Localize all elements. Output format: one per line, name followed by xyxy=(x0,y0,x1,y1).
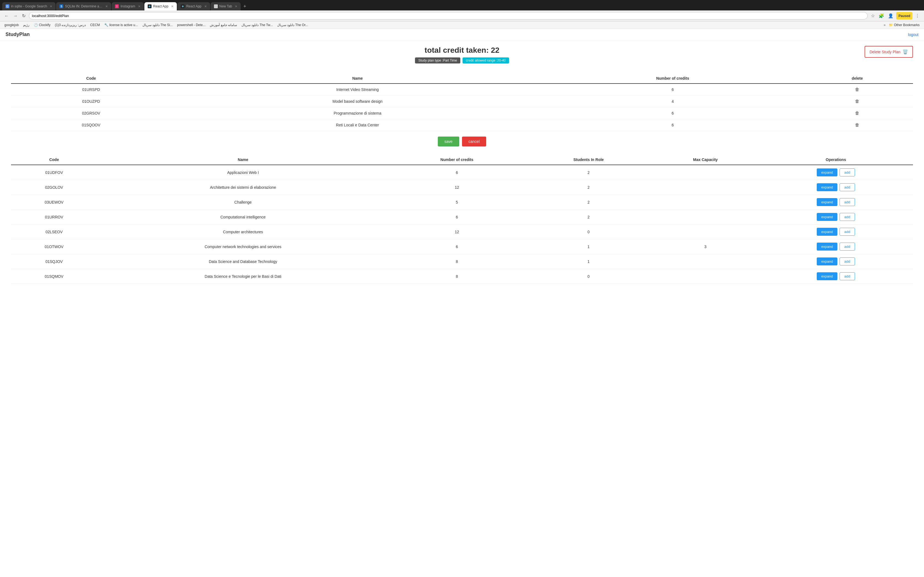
tab-sqlite-search[interactable]: G in sqlite - Google Search ✕ xyxy=(2,2,55,10)
plan-course-code: 01URSPD xyxy=(11,84,171,96)
course-max-capacity xyxy=(652,180,759,195)
extensions-icon[interactable]: 🧩 xyxy=(877,12,885,19)
bookmark-serial3[interactable]: دانلود سریال The Or... xyxy=(276,23,309,27)
add-button[interactable]: add xyxy=(840,243,855,251)
bookmark-cecm[interactable]: CECM xyxy=(89,23,101,27)
bookmark-serial1[interactable]: دانلود سریال The Si... xyxy=(141,23,174,27)
plan-course-delete[interactable]: 🗑 xyxy=(801,119,913,131)
plan-course-delete[interactable]: 🗑 xyxy=(801,108,913,119)
tab-close[interactable]: ✕ xyxy=(105,5,108,8)
profile-icon[interactable]: 👤 xyxy=(887,12,895,19)
plan-course-name: Reti Locali e Data Center xyxy=(171,119,544,131)
add-button[interactable]: add xyxy=(840,213,855,221)
tab-react-app-1[interactable]: ⚛ React App ✕ xyxy=(144,2,177,10)
courses-table-header: Code Name Number of credits Students In … xyxy=(11,155,913,165)
course-students: 1 xyxy=(525,254,652,269)
course-code: 02LSEOV xyxy=(11,224,97,239)
course-students: 2 xyxy=(525,195,652,210)
address-input[interactable] xyxy=(29,12,867,19)
tab-title: in sqlite - Google Search xyxy=(11,5,47,8)
course-max-capacity xyxy=(652,269,759,284)
tab-close[interactable]: ✕ xyxy=(138,5,141,8)
expand-button[interactable]: expand xyxy=(817,198,837,206)
course-table-row: 02LSEOV Computer architectures 12 0 expa… xyxy=(11,224,913,239)
plan-course-delete[interactable]: 🗑 xyxy=(801,96,913,108)
expand-button[interactable]: expand xyxy=(817,168,837,176)
tab-instagram[interactable]: I Instagram ✕ xyxy=(111,2,144,10)
bookmark-serial2[interactable]: دانلود سریال The Tw... xyxy=(240,23,274,27)
tab-title: React App xyxy=(186,5,201,8)
col-students: Students In Role xyxy=(525,155,652,165)
bookmark-rezim[interactable]: رژیم xyxy=(22,23,31,27)
bookmark-powershell[interactable]: powershell - Dete... xyxy=(176,23,207,27)
plan-course-name: Programmazione di sistema xyxy=(171,108,544,119)
bookmark-license[interactable]: 🔧 license is active u... xyxy=(103,23,139,27)
course-max-capacity xyxy=(652,195,759,210)
trash-icon: 🗑️ xyxy=(903,49,908,55)
bookmark-lesson[interactable]: درس: ریزپردازنده 3(1) xyxy=(53,23,87,27)
action-buttons: save cancel xyxy=(11,137,913,147)
tab-close[interactable]: ✕ xyxy=(171,5,173,8)
new-tab-button[interactable]: + xyxy=(241,2,249,10)
tab-sqlite-in[interactable]: S SQLite IN: Determine a Value N... ✕ xyxy=(56,2,111,10)
course-max-capacity xyxy=(652,165,759,180)
courses-table-body: 01UDFOV Applicazioni Web I 6 2 expand ad… xyxy=(11,165,913,284)
bookmarks-more[interactable]: » xyxy=(884,23,886,27)
course-code: 01URROV xyxy=(11,210,97,224)
save-button[interactable]: save xyxy=(438,137,459,147)
plan-course-code: 01OUZPD xyxy=(11,96,171,108)
add-button[interactable]: add xyxy=(840,183,855,191)
course-students: 0 xyxy=(525,224,652,239)
expand-button[interactable]: expand xyxy=(817,228,837,236)
plan-course-delete[interactable]: 🗑 xyxy=(801,84,913,96)
plan-course-name: Internet Video Streaming xyxy=(171,84,544,96)
add-button[interactable]: add xyxy=(840,228,855,236)
tab-close[interactable]: ✕ xyxy=(204,5,207,8)
bookmark-googlejob[interactable]: googlejob xyxy=(3,23,20,27)
add-button[interactable]: add xyxy=(840,272,855,280)
back-button[interactable]: ← xyxy=(3,12,10,19)
cancel-button[interactable]: cancel xyxy=(462,137,486,147)
delete-course-icon[interactable]: 🗑 xyxy=(855,99,859,103)
course-table-row: 01UDFOV Applicazioni Web I 6 2 expand ad… xyxy=(11,165,913,180)
add-button[interactable]: add xyxy=(840,168,855,176)
bookmark-other[interactable]: 📁 Other Bookmarks xyxy=(888,23,921,27)
expand-button[interactable]: expand xyxy=(817,213,837,221)
reload-button[interactable]: ↻ xyxy=(21,12,27,19)
col-code: Code xyxy=(11,155,97,165)
paused-badge[interactable]: Paused xyxy=(896,12,913,19)
plan-course-credits: 6 xyxy=(544,119,801,131)
delete-course-icon[interactable]: 🗑 xyxy=(855,122,859,127)
plan-table-header: Code Name Number of credits delete xyxy=(11,73,913,84)
expand-button[interactable]: expand xyxy=(817,258,837,266)
course-table-row: 01SQMOV Data Science e Tecnologie per le… xyxy=(11,269,913,284)
tab-close[interactable]: ✕ xyxy=(50,5,52,8)
logout-link[interactable]: logout xyxy=(908,32,919,37)
tab-title: React App xyxy=(153,5,168,8)
col-max-capacity: Max Capacity xyxy=(652,155,759,165)
col-code: Code xyxy=(11,73,171,84)
tab-new-tab[interactable]: New Tab ✕ xyxy=(211,2,241,10)
delete-course-icon[interactable]: 🗑 xyxy=(855,87,859,92)
delete-study-plan-button[interactable]: Delete Study Plan 🗑️ xyxy=(864,46,913,58)
add-button[interactable]: add xyxy=(840,258,855,266)
expand-button[interactable]: expand xyxy=(817,183,837,191)
tab-react-app-2[interactable]: ⚛ React App ✕ xyxy=(178,2,210,10)
bookmark-edu[interactable]: سامانه جامع آموزش xyxy=(209,23,238,27)
expand-button[interactable]: expand xyxy=(817,272,837,280)
toolbar-icons: ☆ 🧩 👤 Paused ⋮ xyxy=(870,12,921,19)
delete-course-icon[interactable]: 🗑 xyxy=(855,111,859,115)
bookmark-star-icon[interactable]: ☆ xyxy=(870,12,876,19)
expand-button[interactable]: expand xyxy=(817,243,837,251)
bookmark-clockify[interactable]: 🕐 Clockify xyxy=(33,23,52,27)
course-credits: 8 xyxy=(389,269,525,284)
add-button[interactable]: add xyxy=(840,198,855,206)
course-students: 0 xyxy=(525,269,652,284)
course-operations: expand add xyxy=(759,180,913,195)
forward-button[interactable]: → xyxy=(12,12,19,19)
total-credit-label: total credit taken: xyxy=(425,46,489,55)
plan-course-credits: 6 xyxy=(544,108,801,119)
tab-close[interactable]: ✕ xyxy=(235,5,237,8)
col-operations: Operations xyxy=(759,155,913,165)
menu-icon[interactable]: ⋮ xyxy=(914,12,921,19)
